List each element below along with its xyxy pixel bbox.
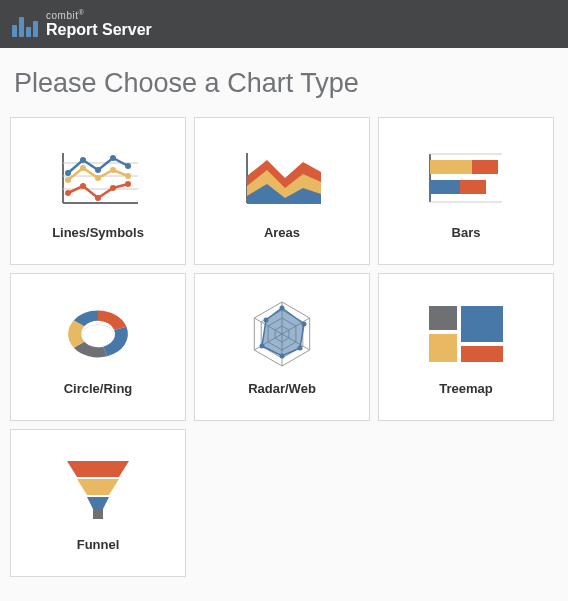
tile-label: Treemap [439,381,492,396]
product-name: Report Server [46,22,152,39]
tile-areas[interactable]: Areas [194,117,370,265]
svg-marker-53 [87,497,109,509]
tile-label: Circle/Ring [64,381,133,396]
svg-point-19 [125,181,131,187]
brand-sup: ® [78,9,84,16]
svg-point-32 [81,324,115,347]
svg-point-14 [125,173,131,179]
tile-bars[interactable]: Bars [378,117,554,265]
svg-rect-50 [461,346,503,362]
svg-rect-48 [461,306,503,342]
logo-icon [12,11,38,37]
svg-rect-49 [429,334,457,362]
svg-point-44 [280,353,285,358]
svg-rect-28 [430,160,472,174]
logo: combit® Report Server [12,9,152,39]
svg-marker-51 [67,461,129,477]
svg-point-13 [110,167,116,173]
tile-funnel[interactable]: Funnel [10,429,186,577]
svg-point-10 [65,177,71,183]
svg-point-17 [95,195,101,201]
svg-point-5 [65,170,71,176]
svg-rect-54 [93,509,103,519]
svg-point-12 [95,175,101,181]
tile-label: Funnel [77,537,120,552]
radar-web-icon [244,299,320,369]
treemap-icon [427,299,505,369]
svg-point-6 [80,157,86,163]
tile-lines-symbols[interactable]: Lines/Symbols [10,117,186,265]
svg-point-42 [302,321,307,326]
svg-rect-29 [472,160,498,174]
bars-icon [422,143,510,213]
svg-point-45 [260,343,265,348]
svg-point-16 [80,183,86,189]
circle-ring-icon [59,299,137,369]
brand-name: combit [46,11,78,22]
svg-point-9 [125,163,131,169]
svg-point-43 [298,345,303,350]
svg-marker-52 [77,479,119,495]
tile-circle-ring[interactable]: Circle/Ring [10,273,186,421]
page-title: Please Choose a Chart Type [0,48,568,117]
svg-point-41 [280,305,285,310]
svg-point-18 [110,185,116,191]
svg-point-11 [80,165,86,171]
svg-point-8 [110,155,116,161]
svg-point-46 [264,317,269,322]
areas-icon [239,143,325,213]
logo-text: combit® Report Server [46,9,152,39]
tile-label: Radar/Web [248,381,316,396]
tile-label: Areas [264,225,300,240]
svg-point-15 [65,190,71,196]
tile-radar-web[interactable]: Radar/Web [194,273,370,421]
tile-treemap[interactable]: Treemap [378,273,554,421]
svg-rect-47 [429,306,457,330]
svg-rect-31 [460,180,486,194]
tile-label: Bars [452,225,481,240]
svg-rect-30 [430,180,460,194]
funnel-icon [63,455,133,525]
header: combit® Report Server [0,0,568,48]
chart-type-grid: Lines/Symbols Areas [0,117,568,577]
svg-point-7 [95,167,101,173]
tile-label: Lines/Symbols [52,225,144,240]
lines-symbols-icon [53,143,143,213]
